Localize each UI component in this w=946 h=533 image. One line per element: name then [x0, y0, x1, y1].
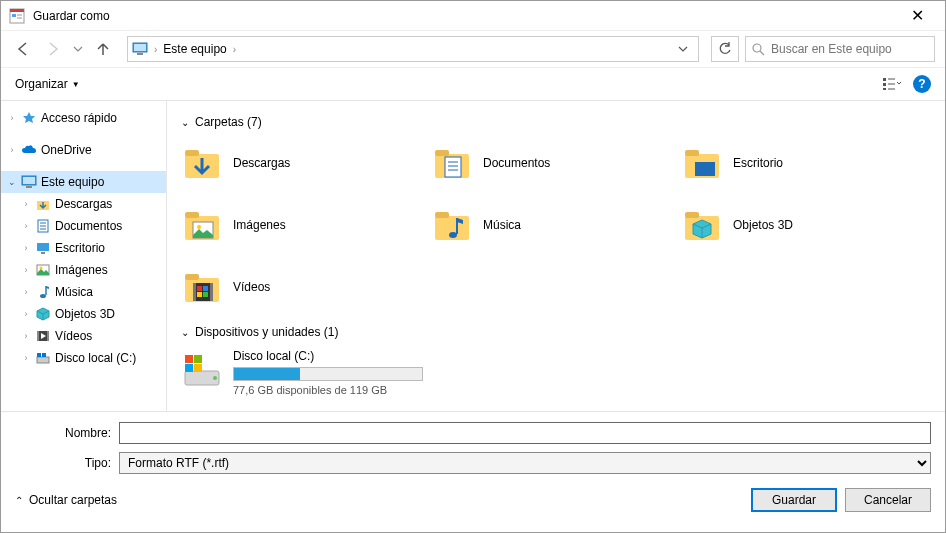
expand-icon[interactable]: › — [21, 243, 31, 253]
tree-documents[interactable]: ›Documentos — [1, 215, 166, 237]
drive-usage-bar — [233, 367, 423, 381]
folder-music[interactable]: Música — [431, 201, 661, 249]
tree-label: Acceso rápido — [41, 111, 117, 125]
collapse-icon[interactable]: ⌄ — [7, 177, 17, 187]
tree-desktop[interactable]: ›Escritorio — [1, 237, 166, 259]
folder-desktop[interactable]: Escritorio — [681, 139, 911, 187]
search-input[interactable] — [771, 42, 928, 56]
svg-rect-18 — [26, 186, 32, 188]
cube-icon — [681, 204, 723, 246]
svg-rect-2 — [12, 14, 16, 17]
group-folders-header[interactable]: ⌄ Carpetas (7) — [181, 115, 931, 129]
tree-label: Vídeos — [55, 329, 92, 343]
nav-row: › Este equipo › — [1, 31, 945, 67]
folder-label: Música — [483, 218, 521, 232]
search-icon — [752, 43, 765, 56]
svg-rect-61 — [203, 286, 208, 291]
breadcrumb-location[interactable]: Este equipo — [163, 42, 226, 56]
chevron-right-icon: › — [233, 44, 236, 55]
close-button[interactable]: ✕ — [897, 1, 937, 31]
svg-point-8 — [753, 44, 761, 52]
tree-label: Disco local (C:) — [55, 351, 136, 365]
organize-menu[interactable]: Organizar ▼ — [15, 77, 80, 91]
refresh-button[interactable] — [711, 36, 739, 62]
folder-videos[interactable]: Vídeos — [181, 263, 411, 311]
svg-rect-54 — [685, 212, 699, 218]
svg-point-28 — [40, 294, 46, 298]
help-button[interactable]: ? — [913, 75, 931, 93]
window-title: Guardar como — [33, 9, 897, 23]
pictures-icon — [181, 204, 223, 246]
svg-rect-34 — [42, 353, 46, 357]
cancel-button[interactable]: Cancelar — [845, 488, 931, 512]
nav-tree[interactable]: › Acceso rápido › OneDrive ⌄ Este equipo… — [1, 101, 167, 411]
group-title: Dispositivos y unidades (1) — [195, 325, 338, 339]
documents-icon — [431, 142, 473, 184]
thispc-icon — [21, 174, 37, 190]
drive-free-text: 77,6 GB disponibles de 119 GB — [233, 384, 481, 396]
folder-pictures[interactable]: Imágenes — [181, 201, 411, 249]
svg-rect-47 — [185, 212, 199, 218]
svg-rect-66 — [185, 355, 193, 363]
view-options-button[interactable] — [879, 73, 905, 95]
svg-rect-63 — [203, 292, 208, 297]
tree-label: Escritorio — [55, 241, 105, 255]
main-area: › Acceso rápido › OneDrive ⌄ Este equipo… — [1, 101, 945, 411]
expand-icon[interactable]: › — [21, 309, 31, 319]
tree-onedrive[interactable]: › OneDrive — [1, 139, 166, 161]
drive-local-c[interactable]: Disco local (C:) 77,6 GB disponibles de … — [181, 349, 481, 396]
folder-downloads[interactable]: Descargas — [181, 139, 411, 187]
forward-button[interactable] — [41, 37, 65, 61]
address-bar[interactable]: › Este equipo › — [127, 36, 699, 62]
save-form: Nombre: Tipo: Formato RTF (*.rtf) ⌃ Ocul… — [1, 411, 945, 520]
tree-thispc[interactable]: ⌄ Este equipo — [1, 171, 166, 193]
svg-rect-51 — [435, 212, 449, 218]
expand-icon[interactable]: › — [7, 145, 17, 155]
folder-3dobjects[interactable]: Objetos 3D — [681, 201, 911, 249]
tree-downloads[interactable]: ›Descargas — [1, 193, 166, 215]
expand-icon[interactable]: › — [21, 199, 31, 209]
back-button[interactable] — [11, 37, 35, 61]
svg-rect-10 — [883, 78, 886, 81]
recent-dropdown[interactable] — [71, 37, 85, 61]
address-dropdown[interactable] — [672, 44, 694, 54]
filename-label: Nombre: — [15, 426, 119, 440]
filetype-select[interactable]: Formato RTF (*.rtf) — [119, 452, 931, 474]
tree-quick-access[interactable]: › Acceso rápido — [1, 107, 166, 129]
downloads-icon — [35, 196, 51, 212]
svg-rect-69 — [194, 364, 202, 372]
save-button[interactable]: Guardar — [751, 488, 837, 512]
music-icon — [431, 204, 473, 246]
filename-input[interactable] — [119, 422, 931, 444]
expand-icon[interactable]: › — [21, 353, 31, 363]
expand-icon[interactable]: › — [21, 331, 31, 341]
tree-pictures[interactable]: ›Imágenes — [1, 259, 166, 281]
svg-rect-32 — [37, 357, 49, 363]
expand-icon[interactable]: › — [21, 265, 31, 275]
folder-documents[interactable]: Documentos — [431, 139, 661, 187]
folder-label: Documentos — [483, 156, 550, 170]
expand-icon[interactable]: › — [21, 221, 31, 231]
title-bar: Guardar como ✕ — [1, 1, 945, 31]
tree-3dobjects[interactable]: ›Objetos 3D — [1, 303, 166, 325]
chevron-down-icon: ▼ — [72, 80, 80, 89]
videos-icon — [181, 266, 223, 308]
drive-icon — [35, 350, 51, 366]
folders-grid: Descargas Documentos Escritorio Imágenes… — [181, 139, 931, 311]
svg-point-65 — [213, 376, 217, 380]
search-box[interactable] — [745, 36, 935, 62]
videos-icon — [35, 328, 51, 344]
tree-label: Descargas — [55, 197, 112, 211]
expand-icon[interactable]: › — [7, 113, 17, 123]
group-devices-header[interactable]: ⌄ Dispositivos y unidades (1) — [181, 325, 931, 339]
hide-folders-toggle[interactable]: ⌃ Ocultar carpetas — [15, 493, 117, 507]
filetype-label: Tipo: — [15, 456, 119, 470]
tree-videos[interactable]: ›Vídeos — [1, 325, 166, 347]
up-button[interactable] — [91, 37, 115, 61]
svg-rect-3 — [17, 14, 22, 16]
tree-music[interactable]: ›Música — [1, 281, 166, 303]
chevron-down-icon: ⌄ — [181, 327, 189, 338]
svg-rect-6 — [134, 44, 146, 51]
tree-localdisk[interactable]: ›Disco local (C:) — [1, 347, 166, 369]
expand-icon[interactable]: › — [21, 287, 31, 297]
